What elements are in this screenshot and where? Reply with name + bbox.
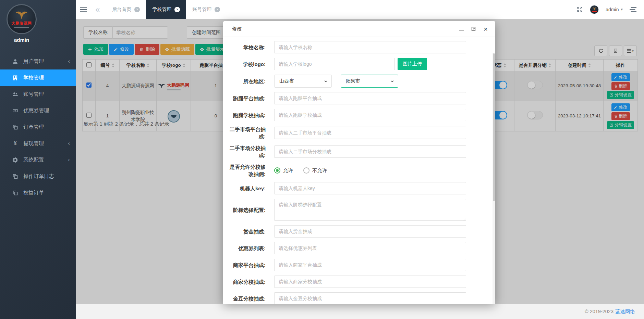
pencil-icon (614, 105, 618, 109)
fenxiao-toggle[interactable] (527, 111, 543, 119)
form-input-4[interactable] (274, 92, 466, 104)
company-link[interactable]: 蓝速网络 (615, 308, 635, 315)
toolbar-button-4[interactable]: 批量隐藏 (160, 44, 194, 55)
province-select[interactable]: 山西省 (274, 75, 332, 88)
radio-label: 允许 (283, 167, 293, 174)
row-action-blue[interactable]: 修改 (611, 103, 630, 111)
radio-icon[interactable] (303, 167, 309, 174)
user-avatar[interactable] (590, 5, 599, 14)
tab-close-icon[interactable]: × (134, 7, 140, 12)
column-header-3[interactable]: 学校logo (157, 60, 191, 71)
school-name-search: 学校名称 (83, 26, 168, 39)
view-options-button[interactable]: ▾ (624, 46, 637, 56)
form-input-14[interactable] (274, 276, 466, 288)
sidebar-item-3[interactable]: 账号管理 (0, 86, 76, 102)
radio-option-2[interactable]: 不允许 (303, 167, 327, 174)
pencil-icon (113, 47, 118, 52)
refresh-button[interactable] (594, 46, 607, 56)
form-row-1: 学校名称: (223, 41, 495, 53)
sidebar-item-6[interactable]: ¥提现管理‹ (0, 135, 76, 152)
form-label: 跑腿平台抽成: (226, 95, 266, 102)
trash-icon (614, 84, 618, 88)
form-input-12[interactable] (274, 242, 466, 254)
gear-icon (12, 157, 18, 163)
column-header-1[interactable]: 编号 (96, 60, 120, 71)
sidebar-item-label: 学校管理 (23, 75, 44, 81)
sidebar-item-1[interactable]: 用户管理‹ (0, 53, 76, 69)
sidebar-item-8[interactable]: 操作订单日志 (0, 168, 76, 184)
form-row-4: 跑腿平台抽成: (223, 92, 495, 104)
form-input-15[interactable] (274, 292, 466, 304)
row-action-green[interactable]: 分销设置 (607, 121, 634, 129)
tab-2[interactable]: 学校管理× (146, 0, 186, 19)
column-header-8[interactable]: 创建时间 (556, 60, 604, 71)
sidebar-item-9[interactable]: 权益订单 (0, 184, 76, 201)
form-label: 优惠券列表: (226, 245, 266, 252)
sidebar-item-2[interactable]: 学校管理 (0, 69, 76, 86)
form-input-13[interactable] (274, 259, 466, 271)
fullscreen-icon[interactable] (576, 6, 583, 13)
sidebar-item-label: 订单管理 (23, 124, 44, 130)
select-all-checkbox[interactable] (86, 62, 92, 67)
row-action-red[interactable]: 删除 (611, 112, 630, 120)
scrollbar-thumb[interactable] (493, 53, 495, 201)
toolbar-button-2[interactable]: 修改 (109, 44, 134, 55)
layout-menu-icon[interactable] (630, 7, 636, 12)
row-logo-cell: 大鹏源码网 (157, 71, 191, 101)
school-name-input[interactable] (112, 26, 168, 39)
chevron-down-icon (324, 79, 328, 84)
radio-option-1[interactable]: 允许 (274, 167, 293, 174)
user-menu[interactable]: admin ▾ (606, 7, 623, 12)
hamburger-icon[interactable] (80, 7, 87, 12)
row-created-time: 2023-05-08 19:30:48 (556, 71, 604, 101)
topbar: « 后台首页×学校管理×账号管理× admin ▾ (76, 0, 644, 19)
sidebar-item-5[interactable]: 订单管理 (0, 119, 76, 135)
form-input-11[interactable] (274, 225, 466, 238)
logo-input[interactable] (274, 58, 395, 70)
copyright-text: © 2019-2023 (585, 309, 613, 314)
sidebar-item-7[interactable]: 系统配置‹ (0, 152, 76, 168)
sidebar-item-label: 提现管理 (23, 140, 44, 147)
sidebar-item-4[interactable]: 优惠券管理 (0, 102, 76, 119)
logo-text: 大鹏源码网 (167, 82, 189, 89)
row-action-red[interactable]: 删除 (611, 82, 630, 90)
sort-icon[interactable] (503, 63, 506, 67)
tab-3[interactable]: 账号管理× (186, 0, 226, 19)
form-input-1[interactable] (274, 41, 466, 53)
fenxiao-toggle[interactable] (527, 81, 543, 89)
close-icon[interactable]: × (483, 26, 488, 32)
column-header-2[interactable]: 学校名称 (120, 60, 157, 71)
row-checkbox[interactable] (86, 113, 92, 118)
toolbar-button-1[interactable]: 添加 (83, 44, 108, 55)
tab-1[interactable]: 后台首页× (106, 0, 146, 19)
city-select[interactable]: 阳泉市 (341, 75, 398, 88)
brand-url-line (14, 27, 29, 28)
row-action-green[interactable]: 分销设置 (607, 91, 634, 99)
form-input-6[interactable] (274, 127, 466, 139)
radio-icon[interactable] (274, 167, 280, 174)
chevron-left-icon: ‹ (68, 58, 70, 65)
trash-icon (139, 47, 144, 52)
tab-close-icon[interactable]: × (174, 7, 180, 12)
row-action-blue[interactable]: 修改 (611, 73, 630, 81)
toolbar-button-3[interactable]: 删除 (135, 44, 159, 55)
form-label: 阶梯选择配置: (226, 206, 266, 214)
row-school-name: 大鹏源码资源网 (120, 71, 157, 101)
maximize-icon[interactable] (471, 26, 476, 32)
minimize-icon[interactable] (459, 27, 464, 30)
columns-button[interactable] (609, 46, 622, 56)
form-input-7[interactable] (274, 145, 466, 158)
tab-close-icon[interactable]: × (215, 7, 220, 12)
row-checkbox[interactable] (86, 82, 92, 88)
column-header-7[interactable]: 是否开启分销 (514, 60, 556, 71)
upload-image-button[interactable]: 图片上传 (398, 58, 427, 70)
form-input-9[interactable] (274, 182, 466, 194)
sort-icon[interactable] (112, 63, 114, 67)
sort-icon[interactable] (548, 63, 551, 67)
form-textarea[interactable] (274, 199, 466, 221)
sort-icon[interactable] (183, 63, 185, 67)
scroll-tabs-left-icon[interactable]: « (95, 5, 99, 14)
form-input-5[interactable] (274, 109, 466, 121)
sort-icon[interactable] (588, 63, 591, 67)
sort-icon[interactable] (147, 63, 149, 67)
